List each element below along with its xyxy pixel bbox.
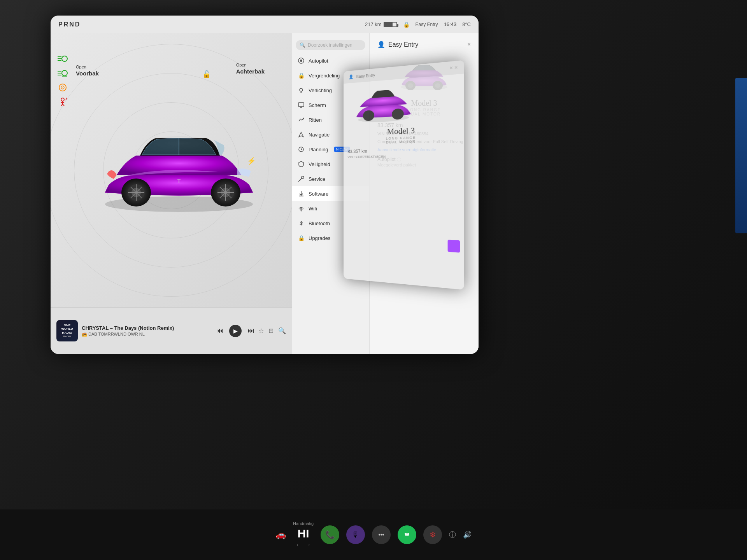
wifi-label: Wifi [309,206,317,212]
verlichting-label: Verlichting [309,88,332,93]
lights-icon [298,87,305,94]
screen-icon [298,102,305,108]
equalizer-icon[interactable]: ⊟ [268,327,274,334]
nav-arrows: ← → [295,541,311,548]
svg-text:✗: ✗ [65,97,67,101]
logo-line3: RADIO [61,331,73,335]
navigation-icon [298,131,305,138]
svg-point-3 [62,56,67,61]
lock-status-icon: 🔒 [403,21,410,28]
veiligheid-label: Veiligheid [309,161,330,167]
rear-trunk-label[interactable]: Open Achterbak [236,62,265,75]
fan-speed-button[interactable]: ❄ [423,525,442,544]
search-placeholder: Doorzoek instellingen [308,42,352,48]
time-display: 16:43 [444,21,457,27]
trips-icon [298,116,305,123]
easy-entry-top-label: Easy Entry [416,22,438,27]
car-3d-image: T ⚡ [82,84,276,231]
svg-point-36 [300,60,302,62]
handmatig-display: Handmatig HI ← → [293,521,314,548]
fog-lights-status-icon [56,69,69,77]
car-display-area: ! ✗ Open Voorbak 🔓 [51,33,292,307]
software-label: Software [309,191,328,197]
svg-point-49 [302,176,304,178]
easy-entry-title: Easy Entry [388,41,418,48]
next-button[interactable]: ⏭ [247,327,254,335]
color-swatch[interactable] [448,240,460,252]
svg-point-7 [62,70,67,76]
media-extra-icons: ☆ ⊟ 🔍 [258,327,286,334]
nav-right-arrow: → [305,541,311,548]
settings-search-bar[interactable]: 🔍 Doorzoek instellingen [296,40,365,50]
search-icon: 🔍 [300,42,305,48]
logo-line1: ONE [61,324,73,327]
planning-icon [298,146,305,153]
side-panel [735,78,747,233]
front-trunk-label[interactable]: Open Voorbak [76,64,99,77]
svg-text:T: T [177,178,181,184]
car-svg: T ⚡ [86,99,272,216]
phone-button[interactable]: 📞 [321,525,339,544]
playback-controls: ⏮ ▶ ⏭ [216,325,254,337]
media-controls: ⏮ ▶ ⏭ [216,325,254,337]
prev-button[interactable]: ⏮ [216,327,223,335]
menu-item-autopilot[interactable]: Autopilot [292,53,369,68]
close-icon[interactable]: ✕ [467,42,471,47]
handmatig-label: Handmatig [293,521,314,526]
status-right-area: 217 km 🔒 Easy Entry 16:43 8°C [365,21,471,28]
wifi-icon [298,205,305,212]
spotify-button[interactable] [398,525,416,544]
battery-fill [384,23,393,26]
front-trunk-name: Voorbak [76,70,99,77]
front-trunk-open-label: Open [76,64,99,70]
navigatie-label: Navigatie [309,132,330,138]
svg-line-50 [298,181,299,182]
play-pause-button[interactable]: ▶ [229,325,242,337]
car-status-icon[interactable]: 🚗 [275,530,286,540]
prnd-indicator: PRND [58,21,81,28]
taskbar: 🚗 Handmatig HI ← → 📞 🎙 ••• ❄ ⓘ 🔊 [0,509,747,560]
secondary-tesla-screen: 👤 Easy Entry ✕ ✕ Model 3 LONG RANGE DUAL… [344,60,464,290]
nav-left-arrow: ← [295,541,302,548]
status-bar: PRND 217 km 🔒 Easy Entry 16:43 8°C [51,16,479,33]
svg-marker-43 [303,117,304,119]
upgrades-label: Upgrades [309,235,330,241]
more-button[interactable]: ••• [372,525,391,544]
range-display: 217 km [365,21,382,27]
info-button[interactable]: ⓘ [449,530,456,539]
svg-line-15 [61,104,63,106]
lock-menu-icon: 🔒 [298,72,305,79]
media-player: ONE WORLD RADIO RADIO CHRYSTAL – The Day… [51,307,292,354]
upgrades-lock-icon: 🔒 [298,234,305,242]
ritten-label: Ritten [309,117,322,123]
svg-text:!: ! [62,86,63,90]
battery-bar [384,22,397,27]
search-media-icon[interactable]: 🔍 [278,327,286,334]
tire-pressure-icon: ! [56,83,69,92]
service-icon [298,175,305,182]
voice-button[interactable]: 🎙 [346,525,365,544]
track-name: CHRYSTAL – The Days (Notion Remix) [82,325,212,331]
scherm-label: Scherm [309,102,326,108]
logo-line2: WORLD [61,327,73,331]
easy-entry-header: 👤 Easy Entry ✕ [377,41,471,48]
seatbelt-icon: ✗ [56,98,69,106]
hi-display: HI [297,527,309,540]
planning-label: Planning [309,147,328,152]
svg-point-12 [61,98,64,101]
software-icon [298,190,305,197]
service-label: Service [309,176,325,182]
person-icon: 👤 [377,41,385,48]
svg-marker-44 [299,132,303,137]
rear-trunk-open-label: Open [236,62,265,68]
volume-icon[interactable]: 🔊 [463,530,472,539]
svg-text:⚡: ⚡ [247,157,256,165]
safety-icon [298,161,305,168]
headlights-status-icon [56,54,69,63]
battery-info: 217 km [365,21,397,27]
svg-point-61 [403,530,411,539]
favorite-icon[interactable]: ☆ [258,327,264,334]
svg-rect-40 [298,103,304,107]
temperature-display: 8°C [462,21,471,27]
status-icons-panel: ! ✗ [56,54,69,106]
